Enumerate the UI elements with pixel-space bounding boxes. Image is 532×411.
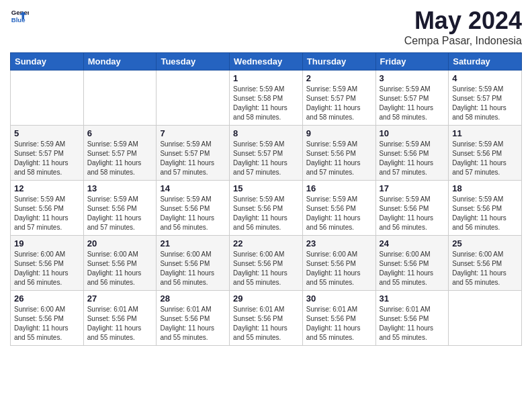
logo: General Blue: [10, 7, 29, 26]
day-info: Sunrise: 6:00 AM Sunset: 5:56 PM Dayligh…: [14, 305, 80, 342]
page-header: General Blue May 2024 Cempa Pasar, Indon…: [10, 7, 522, 47]
day-cell: 19Sunrise: 6:00 AM Sunset: 5:56 PM Dayli…: [11, 236, 84, 291]
day-number: 1: [233, 73, 299, 83]
day-number: 17: [380, 183, 445, 193]
week-row-0: 1Sunrise: 5:59 AM Sunset: 5:58 PM Daylig…: [11, 71, 522, 126]
day-number: 10: [380, 128, 445, 138]
day-info: Sunrise: 5:59 AM Sunset: 5:57 PM Dayligh…: [233, 140, 299, 177]
day-number: 31: [380, 293, 445, 304]
day-number: 25: [452, 238, 518, 248]
day-cell: 10Sunrise: 5:59 AM Sunset: 5:56 PM Dayli…: [375, 126, 449, 181]
day-cell: 1Sunrise: 5:59 AM Sunset: 5:58 PM Daylig…: [230, 71, 303, 126]
day-cell: 13Sunrise: 5:59 AM Sunset: 5:56 PM Dayli…: [83, 181, 157, 236]
day-number: 5: [14, 128, 80, 138]
day-number: 30: [306, 293, 372, 304]
day-number: 9: [306, 128, 372, 138]
day-info: Sunrise: 6:00 AM Sunset: 5:56 PM Dayligh…: [87, 250, 153, 287]
page-subtitle: Cempa Pasar, Indonesia: [404, 35, 522, 47]
day-info: Sunrise: 6:00 AM Sunset: 5:56 PM Dayligh…: [160, 250, 226, 287]
calendar-table: SundayMondayTuesdayWednesdayThursdayFrid…: [10, 52, 522, 346]
day-cell: 25Sunrise: 6:00 AM Sunset: 5:56 PM Dayli…: [449, 236, 522, 291]
day-cell: 18Sunrise: 5:59 AM Sunset: 5:56 PM Dayli…: [449, 181, 522, 236]
day-info: Sunrise: 6:00 AM Sunset: 5:56 PM Dayligh…: [380, 250, 445, 287]
day-cell: 12Sunrise: 5:59 AM Sunset: 5:56 PM Dayli…: [11, 181, 84, 236]
day-cell: 30Sunrise: 6:01 AM Sunset: 5:56 PM Dayli…: [302, 291, 375, 346]
day-info: Sunrise: 5:59 AM Sunset: 5:56 PM Dayligh…: [452, 140, 518, 177]
day-number: 15: [233, 183, 299, 193]
day-cell: 9Sunrise: 5:59 AM Sunset: 5:56 PM Daylig…: [302, 126, 375, 181]
page-title: May 2024: [404, 7, 522, 35]
day-cell: 15Sunrise: 5:59 AM Sunset: 5:56 PM Dayli…: [230, 181, 303, 236]
week-row-1: 5Sunrise: 5:59 AM Sunset: 5:57 PM Daylig…: [11, 126, 522, 181]
day-info: Sunrise: 5:59 AM Sunset: 5:58 PM Dayligh…: [233, 85, 299, 122]
day-info: Sunrise: 6:00 AM Sunset: 5:56 PM Dayligh…: [452, 250, 518, 287]
day-cell: 5Sunrise: 5:59 AM Sunset: 5:57 PM Daylig…: [11, 126, 84, 181]
day-number: 26: [14, 293, 80, 304]
weekday-header-thursday: Thursday: [302, 53, 375, 71]
day-number: 11: [452, 128, 518, 138]
weekday-header-friday: Friday: [375, 53, 449, 71]
day-cell: 3Sunrise: 5:59 AM Sunset: 5:57 PM Daylig…: [375, 71, 449, 126]
day-info: Sunrise: 5:59 AM Sunset: 5:56 PM Dayligh…: [380, 195, 445, 232]
day-info: Sunrise: 5:59 AM Sunset: 5:56 PM Dayligh…: [306, 195, 372, 232]
day-number: 2: [306, 73, 372, 83]
day-number: 18: [452, 183, 518, 193]
day-number: 4: [452, 73, 518, 83]
day-number: 23: [306, 238, 372, 248]
day-info: Sunrise: 6:00 AM Sunset: 5:56 PM Dayligh…: [233, 250, 299, 287]
day-info: Sunrise: 6:01 AM Sunset: 5:56 PM Dayligh…: [160, 305, 226, 342]
day-info: Sunrise: 5:59 AM Sunset: 5:56 PM Dayligh…: [160, 195, 226, 232]
day-cell: 4Sunrise: 5:59 AM Sunset: 5:57 PM Daylig…: [449, 71, 522, 126]
day-info: Sunrise: 6:00 AM Sunset: 5:56 PM Dayligh…: [306, 250, 372, 287]
day-number: 3: [380, 73, 445, 83]
day-number: 19: [14, 238, 80, 248]
day-number: 24: [380, 238, 445, 248]
day-cell: 31Sunrise: 6:01 AM Sunset: 5:56 PM Dayli…: [375, 291, 449, 346]
day-cell: 6Sunrise: 5:59 AM Sunset: 5:57 PM Daylig…: [83, 126, 157, 181]
day-info: Sunrise: 5:59 AM Sunset: 5:56 PM Dayligh…: [380, 140, 445, 177]
day-cell: 8Sunrise: 5:59 AM Sunset: 5:57 PM Daylig…: [230, 126, 303, 181]
day-number: 16: [306, 183, 372, 193]
day-info: Sunrise: 5:59 AM Sunset: 5:56 PM Dayligh…: [452, 195, 518, 232]
week-row-2: 12Sunrise: 5:59 AM Sunset: 5:56 PM Dayli…: [11, 181, 522, 236]
day-cell: [83, 71, 157, 126]
day-number: 13: [87, 183, 153, 193]
day-cell: 28Sunrise: 6:01 AM Sunset: 5:56 PM Dayli…: [157, 291, 230, 346]
day-cell: 29Sunrise: 6:01 AM Sunset: 5:56 PM Dayli…: [230, 291, 303, 346]
day-info: Sunrise: 5:59 AM Sunset: 5:56 PM Dayligh…: [14, 195, 80, 232]
day-cell: 23Sunrise: 6:00 AM Sunset: 5:56 PM Dayli…: [302, 236, 375, 291]
day-info: Sunrise: 6:01 AM Sunset: 5:56 PM Dayligh…: [233, 305, 299, 342]
day-number: 27: [87, 293, 153, 304]
weekday-header-saturday: Saturday: [449, 53, 522, 71]
day-cell: 26Sunrise: 6:00 AM Sunset: 5:56 PM Dayli…: [11, 291, 84, 346]
weekday-header-tuesday: Tuesday: [157, 53, 230, 71]
day-info: Sunrise: 5:59 AM Sunset: 5:56 PM Dayligh…: [87, 195, 153, 232]
day-info: Sunrise: 5:59 AM Sunset: 5:56 PM Dayligh…: [233, 195, 299, 232]
day-info: Sunrise: 5:59 AM Sunset: 5:57 PM Dayligh…: [14, 140, 80, 177]
day-number: 12: [14, 183, 80, 193]
day-info: Sunrise: 5:59 AM Sunset: 5:57 PM Dayligh…: [380, 85, 445, 122]
day-info: Sunrise: 6:01 AM Sunset: 5:56 PM Dayligh…: [87, 305, 153, 342]
day-cell: 22Sunrise: 6:00 AM Sunset: 5:56 PM Dayli…: [230, 236, 303, 291]
day-info: Sunrise: 6:00 AM Sunset: 5:56 PM Dayligh…: [14, 250, 80, 287]
day-cell: 14Sunrise: 5:59 AM Sunset: 5:56 PM Dayli…: [157, 181, 230, 236]
day-number: 20: [87, 238, 153, 248]
day-number: 6: [87, 128, 153, 138]
day-info: Sunrise: 5:59 AM Sunset: 5:57 PM Dayligh…: [306, 85, 372, 122]
day-cell: 27Sunrise: 6:01 AM Sunset: 5:56 PM Dayli…: [83, 291, 157, 346]
day-info: Sunrise: 6:01 AM Sunset: 5:56 PM Dayligh…: [380, 305, 445, 342]
day-cell: 2Sunrise: 5:59 AM Sunset: 5:57 PM Daylig…: [302, 71, 375, 126]
svg-text:General: General: [11, 9, 29, 16]
day-info: Sunrise: 5:59 AM Sunset: 5:57 PM Dayligh…: [160, 140, 226, 177]
day-number: 28: [160, 293, 226, 304]
day-cell: 21Sunrise: 6:00 AM Sunset: 5:56 PM Dayli…: [157, 236, 230, 291]
weekday-header-sunday: Sunday: [11, 53, 84, 71]
day-info: Sunrise: 5:59 AM Sunset: 5:56 PM Dayligh…: [306, 140, 372, 177]
day-number: 8: [233, 128, 299, 138]
weekday-header-wednesday: Wednesday: [230, 53, 303, 71]
day-info: Sunrise: 6:01 AM Sunset: 5:56 PM Dayligh…: [306, 305, 372, 342]
day-number: 14: [160, 183, 226, 193]
day-cell: [11, 71, 84, 126]
weekday-header-row: SundayMondayTuesdayWednesdayThursdayFrid…: [11, 53, 522, 71]
day-number: 21: [160, 238, 226, 248]
